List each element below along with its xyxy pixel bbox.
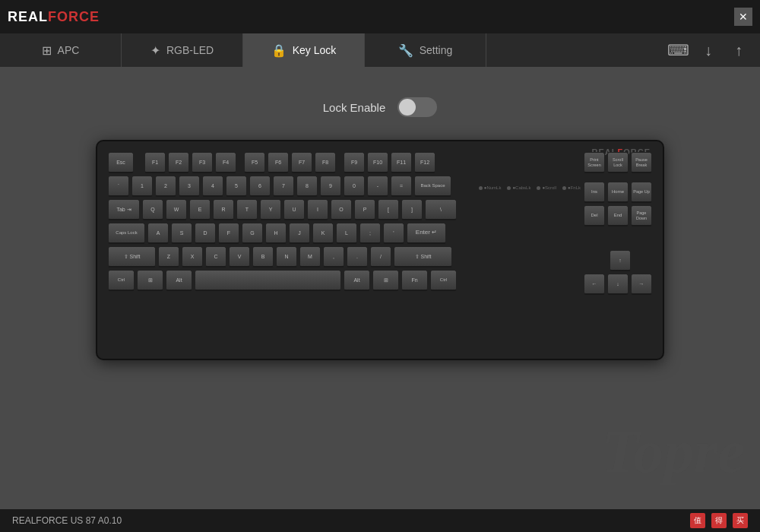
key-period[interactable]: .	[347, 246, 368, 268]
key-9[interactable]: 9	[320, 176, 341, 197]
key-1[interactable]: 1	[131, 176, 153, 197]
upload-button[interactable]: ↑	[725, 36, 752, 64]
key-8[interactable]: 8	[296, 176, 318, 197]
tab-apc[interactable]: ⊞ APC	[0, 33, 122, 67]
lock-enable-toggle[interactable]	[397, 97, 437, 117]
key-rshift[interactable]: ⇧ Shift	[394, 246, 452, 268]
key-quote[interactable]: '	[383, 223, 404, 244]
key-3[interactable]: 3	[179, 176, 200, 197]
key-comma[interactable]: ,	[323, 246, 344, 268]
key-f5[interactable]: F5	[244, 152, 265, 173]
key-h[interactable]: H	[265, 223, 287, 244]
key-page-down[interactable]: Page Down	[631, 205, 652, 226]
key-tab[interactable]: Tab ⇥	[108, 199, 140, 220]
key-backtick[interactable]: `	[108, 176, 129, 197]
key-c[interactable]: C	[205, 246, 226, 268]
key-f10[interactable]: F10	[367, 152, 388, 173]
key-o[interactable]: O	[331, 199, 352, 220]
key-t[interactable]: T	[236, 199, 258, 220]
key-f11[interactable]: F11	[391, 152, 412, 173]
key-f8[interactable]: F8	[315, 152, 336, 173]
key-rwin[interactable]: ⊞	[372, 270, 399, 291]
key-scroll-lock[interactable]: Scroll Lock	[607, 152, 629, 173]
key-k[interactable]: K	[312, 223, 334, 244]
key-ralt[interactable]: Alt	[344, 270, 370, 291]
key-arrow-right[interactable]: →	[631, 274, 652, 295]
key-equals[interactable]: =	[391, 176, 412, 197]
key-pause[interactable]: Pause Break	[631, 152, 652, 173]
key-arrow-up[interactable]: ↑	[610, 250, 631, 271]
key-0[interactable]: 0	[344, 176, 365, 197]
key-u[interactable]: U	[283, 199, 305, 220]
key-6[interactable]: 6	[249, 176, 271, 197]
key-end[interactable]: End	[607, 205, 629, 226]
key-page-up[interactable]: Page Up	[631, 182, 652, 203]
key-2[interactable]: 2	[155, 176, 176, 197]
close-button[interactable]: ✕	[734, 8, 752, 26]
lock-icon: 🔒	[271, 43, 287, 58]
main-content: Lock Enable REALFORCE ●NumLk ●CabsLk	[0, 67, 760, 509]
key-print-screen[interactable]: Print Screen	[584, 152, 605, 173]
key-n[interactable]: N	[276, 246, 297, 268]
key-semicolon[interactable]: ;	[359, 223, 381, 244]
key-q[interactable]: Q	[142, 199, 163, 220]
key-rctrl[interactable]: Ctrl	[430, 270, 457, 291]
key-a[interactable]: A	[147, 223, 169, 244]
tab-setting[interactable]: 🔧 Setting	[365, 33, 486, 67]
key-7[interactable]: 7	[273, 176, 294, 197]
key-slash[interactable]: /	[370, 246, 391, 268]
key-f4[interactable]: F4	[215, 152, 236, 173]
key-rbracket[interactable]: ]	[401, 199, 423, 220]
key-lwin[interactable]: ⊞	[137, 270, 163, 291]
key-4[interactable]: 4	[202, 176, 223, 197]
key-j[interactable]: J	[289, 223, 310, 244]
title-bar: REALFORCE ✕	[0, 0, 760, 33]
key-esc[interactable]: Esc	[108, 152, 134, 173]
key-fn[interactable]: Fn	[401, 270, 428, 291]
key-v[interactable]: V	[229, 246, 250, 268]
key-arrow-down[interactable]: ↓	[607, 274, 629, 295]
download-button[interactable]: ↓	[695, 36, 722, 64]
key-space[interactable]	[195, 270, 341, 291]
key-5[interactable]: 5	[226, 176, 247, 197]
key-lalt[interactable]: Alt	[166, 270, 192, 291]
key-r[interactable]: R	[213, 199, 234, 220]
key-delete[interactable]: Del	[584, 205, 605, 226]
key-m[interactable]: M	[299, 246, 321, 268]
key-s[interactable]: S	[171, 223, 192, 244]
key-enter[interactable]: Enter ↵	[407, 223, 446, 244]
key-arrow-left[interactable]: ←	[584, 274, 605, 295]
key-f2[interactable]: F2	[168, 152, 189, 173]
key-f1[interactable]: F1	[144, 152, 166, 173]
key-backslash[interactable]: \	[425, 199, 457, 220]
key-l[interactable]: L	[336, 223, 357, 244]
tab-rgb-led[interactable]: ✦ RGB-LED	[122, 33, 243, 67]
key-insert[interactable]: Ins	[584, 182, 605, 203]
apc-icon: ⊞	[42, 43, 52, 58]
key-i[interactable]: I	[307, 199, 328, 220]
key-f12[interactable]: F12	[414, 152, 435, 173]
key-y[interactable]: Y	[260, 199, 281, 220]
key-d[interactable]: D	[195, 223, 216, 244]
key-lbracket[interactable]: [	[378, 199, 399, 220]
key-w[interactable]: W	[166, 199, 187, 220]
key-g[interactable]: G	[242, 223, 263, 244]
key-lctrl[interactable]: Ctrl	[108, 270, 135, 291]
key-e[interactable]: E	[189, 199, 211, 220]
key-b[interactable]: B	[252, 246, 274, 268]
key-capslock[interactable]: Caps Lock	[108, 223, 145, 244]
tab-key-lock[interactable]: 🔒 Key Lock	[243, 33, 365, 67]
key-lshift[interactable]: ⇧ Shift	[108, 246, 156, 268]
key-f7[interactable]: F7	[291, 152, 312, 173]
key-x[interactable]: X	[182, 246, 203, 268]
key-minus[interactable]: -	[367, 176, 388, 197]
key-z[interactable]: Z	[158, 246, 179, 268]
key-f6[interactable]: F6	[268, 152, 289, 173]
key-f9[interactable]: F9	[344, 152, 365, 173]
key-p[interactable]: P	[354, 199, 375, 220]
key-home[interactable]: Home	[607, 182, 629, 203]
key-f[interactable]: F	[218, 223, 239, 244]
key-backspace[interactable]: Back Space	[414, 176, 451, 197]
keyboard-button[interactable]: ⌨	[664, 36, 692, 64]
key-f3[interactable]: F3	[192, 152, 213, 173]
